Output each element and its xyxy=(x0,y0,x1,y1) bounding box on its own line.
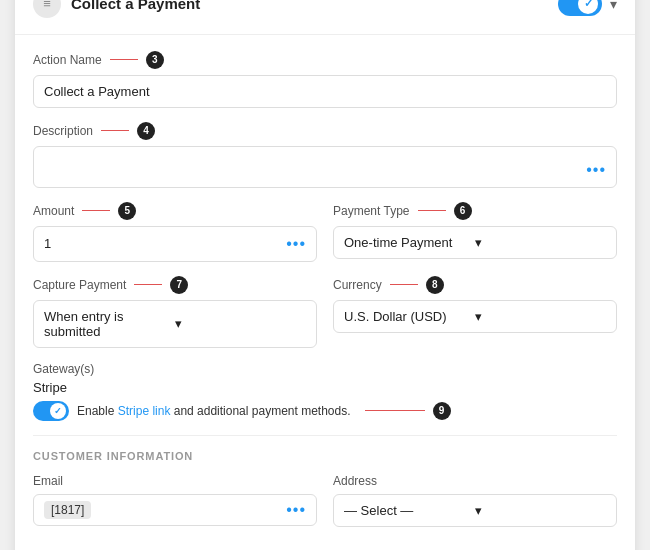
description-input[interactable] xyxy=(44,164,586,179)
collect-payment-card: ≡ Collect a Payment ✓ ▾ Action Name 3 xyxy=(15,0,635,550)
address-chevron-icon: ▾ xyxy=(475,503,606,518)
label-line-3 xyxy=(110,59,138,60)
payment-type-label: Payment Type 6 xyxy=(333,202,617,220)
toggle-check-icon: ✓ xyxy=(584,0,593,10)
amount-payment-row: Amount 5 ••• Payment Type 6 One-time Pay… xyxy=(33,202,617,262)
label-line-7 xyxy=(134,284,162,285)
email-dots-menu[interactable]: ••• xyxy=(286,501,306,519)
amount-label: Amount 5 xyxy=(33,202,317,220)
address-col: Address — Select — ▾ xyxy=(333,474,617,527)
stripe-toggle[interactable]: ✓ xyxy=(33,401,69,421)
description-dots-menu[interactable]: ••• xyxy=(586,161,606,179)
capture-payment-select[interactable]: When entry is submitted ▾ xyxy=(33,300,317,348)
currency-chevron-icon: ▾ xyxy=(475,309,606,324)
capture-payment-label: Capture Payment 7 xyxy=(33,276,317,294)
capture-payment-col: Capture Payment 7 When entry is submitte… xyxy=(33,276,317,348)
header-right: ✓ ▾ xyxy=(558,0,617,16)
badge-5: 5 xyxy=(118,202,136,220)
header-left: ≡ Collect a Payment xyxy=(33,0,200,18)
currency-select[interactable]: U.S. Dollar (USD) ▾ xyxy=(333,300,617,333)
card-body: Action Name 3 Description 4 ••• xyxy=(15,35,635,551)
gateway-name: Stripe xyxy=(33,380,617,395)
action-name-label: Action Name 3 xyxy=(33,51,617,69)
header-icon: ≡ xyxy=(33,0,61,18)
label-line-8 xyxy=(390,284,418,285)
payment-type-chevron-icon: ▾ xyxy=(475,235,606,250)
toggle-knob: ✓ xyxy=(578,0,598,14)
stripe-line-9 xyxy=(365,410,425,411)
stripe-enable-text: Enable Stripe link and additional paymen… xyxy=(77,404,351,418)
label-line-5 xyxy=(82,210,110,211)
description-group: Description 4 ••• xyxy=(33,122,617,188)
badge-9: 9 xyxy=(433,402,451,420)
email-col: Email [1817] ••• xyxy=(33,474,317,527)
currency-label: Currency 8 xyxy=(333,276,617,294)
email-input-wrapper[interactable]: [1817] ••• xyxy=(33,494,317,526)
stripe-enable-row: ✓ Enable Stripe link and additional paym… xyxy=(33,401,617,421)
label-line-6 xyxy=(418,210,446,211)
section-divider xyxy=(33,435,617,436)
currency-col: Currency 8 U.S. Dollar (USD) ▾ xyxy=(333,276,617,348)
amount-col: Amount 5 ••• xyxy=(33,202,317,262)
label-line-4 xyxy=(101,130,129,131)
payment-type-col: Payment Type 6 One-time Payment ▾ xyxy=(333,202,617,262)
stripe-check-icon: ✓ xyxy=(54,406,62,416)
address-select[interactable]: — Select — ▾ xyxy=(333,494,617,527)
badge-3: 3 xyxy=(146,51,164,69)
customer-info-heading: CUSTOMER INFORMATION xyxy=(33,450,617,462)
email-address-row: Email [1817] ••• Address — Select — ▾ xyxy=(33,474,617,527)
header-chevron-icon[interactable]: ▾ xyxy=(610,0,617,12)
email-label: Email xyxy=(33,474,317,488)
amount-dots-menu[interactable]: ••• xyxy=(286,235,306,253)
badge-7: 7 xyxy=(170,276,188,294)
description-label: Description 4 xyxy=(33,122,617,140)
badge-8: 8 xyxy=(426,276,444,294)
card-header: ≡ Collect a Payment ✓ ▾ xyxy=(15,0,635,35)
description-input-wrapper[interactable]: ••• xyxy=(33,146,617,188)
action-name-input[interactable] xyxy=(44,84,606,99)
payment-type-select[interactable]: One-time Payment ▾ xyxy=(333,226,617,259)
address-label: Address xyxy=(333,474,617,488)
card-title: Collect a Payment xyxy=(71,0,200,12)
gateway-section: Gateway(s) Stripe ✓ Enable Stripe link a… xyxy=(33,362,617,421)
action-name-group: Action Name 3 xyxy=(33,51,617,108)
amount-input[interactable] xyxy=(44,236,286,251)
menu-icon: ≡ xyxy=(43,0,51,11)
main-toggle[interactable]: ✓ xyxy=(558,0,602,16)
email-tag: [1817] xyxy=(44,501,91,519)
capture-currency-row: Capture Payment 7 When entry is submitte… xyxy=(33,276,617,348)
badge-4: 4 xyxy=(137,122,155,140)
stripe-toggle-knob: ✓ xyxy=(50,403,66,419)
amount-input-wrapper[interactable]: ••• xyxy=(33,226,317,262)
stripe-link[interactable]: Stripe link xyxy=(118,404,171,418)
gateway-label: Gateway(s) xyxy=(33,362,617,376)
capture-chevron-icon: ▾ xyxy=(175,316,306,331)
badge-6: 6 xyxy=(454,202,472,220)
action-name-input-wrapper[interactable] xyxy=(33,75,617,108)
